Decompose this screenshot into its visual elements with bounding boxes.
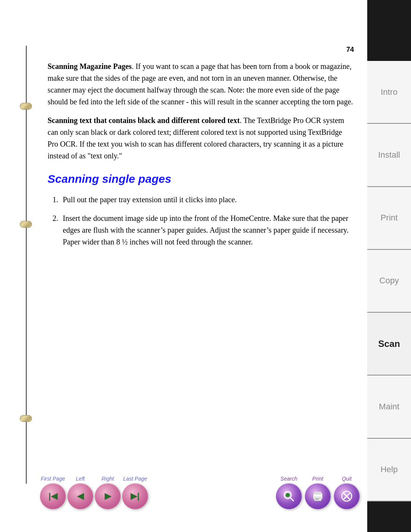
print-icon xyxy=(311,489,325,503)
nav-search-group: Search xyxy=(276,476,302,509)
nav-left-group: Left ◀ xyxy=(67,476,93,509)
sidebar-item-install[interactable]: Install xyxy=(367,124,411,187)
para-magazine: Scanning Magazine Pages. If you want to … xyxy=(48,61,354,108)
first-page-label: First Page xyxy=(41,476,65,482)
sidebar-item-copy[interactable]: Copy xyxy=(367,250,411,313)
section-heading: Scanning single pages xyxy=(48,173,354,185)
para-magazine-bold: Scanning Magazine Pages xyxy=(48,62,132,70)
list-item-1: 1. Pull out the paper tray extension unt… xyxy=(48,194,354,206)
last-page-icon: ▶| xyxy=(131,491,139,501)
sidebar-item-maint[interactable]: Maint xyxy=(367,375,411,438)
nav-last-page-group: Last Page ▶| xyxy=(122,476,148,509)
instruction-list: 1. Pull out the paper tray extension unt… xyxy=(48,194,354,248)
nav-right-group: Right ▶ xyxy=(95,476,121,509)
binder-ring-middle xyxy=(20,221,32,228)
quit-button[interactable] xyxy=(334,483,360,509)
svg-point-2 xyxy=(286,493,290,497)
svg-rect-4 xyxy=(314,492,321,495)
svg-rect-6 xyxy=(315,498,320,499)
first-page-icon: |◀ xyxy=(48,491,57,501)
quit-icon xyxy=(340,489,354,503)
nav-quit-group: Quit xyxy=(334,476,360,509)
svg-line-1 xyxy=(290,497,293,501)
sidebar: Intro Install Print Copy Scan Maint Help xyxy=(367,0,411,532)
binder-ring-top xyxy=(20,103,32,110)
sidebar-item-intro[interactable]: Intro xyxy=(367,61,411,124)
quit-label: Quit xyxy=(342,476,352,482)
nav-bar: First Page |◀ Left ◀ Right ▶ Last Page ▶… xyxy=(40,476,360,509)
binder-ring-bottom xyxy=(20,415,32,422)
list-item-2: 2. Insert the document image side up int… xyxy=(48,212,354,248)
sidebar-bottom-bar xyxy=(367,502,411,532)
svg-rect-5 xyxy=(314,497,321,501)
print-label: Print xyxy=(312,476,323,482)
search-label: Search xyxy=(280,476,297,482)
page-number: 74 xyxy=(48,46,354,54)
last-page-button[interactable]: ▶| xyxy=(122,483,148,509)
para-colored-text: Scanning text that contains black and di… xyxy=(48,115,354,162)
para-colored-bold: Scanning text that contains black and di… xyxy=(48,116,240,125)
sidebar-item-print[interactable]: Print xyxy=(367,187,411,250)
nav-print-group: Print xyxy=(305,476,331,509)
main-content: 74 Scanning Magazine Pages. If you want … xyxy=(40,46,362,255)
right-icon: ▶ xyxy=(105,491,111,501)
sidebar-item-help[interactable]: Help xyxy=(367,439,411,502)
search-button[interactable] xyxy=(276,483,302,509)
right-label: Right xyxy=(102,476,114,482)
sidebar-item-scan[interactable]: Scan xyxy=(367,313,411,375)
search-icon xyxy=(282,489,296,503)
last-page-label: Last Page xyxy=(123,476,147,482)
print-button[interactable] xyxy=(305,483,331,509)
svg-rect-7 xyxy=(315,499,319,500)
left-button[interactable]: ◀ xyxy=(67,483,93,509)
right-button[interactable]: ▶ xyxy=(95,483,121,509)
left-icon: ◀ xyxy=(77,491,84,501)
first-page-button[interactable]: |◀ xyxy=(40,483,66,509)
left-label: Left xyxy=(76,476,84,482)
nav-first-page-group: First Page |◀ xyxy=(40,476,66,509)
sidebar-top-bar xyxy=(367,0,411,61)
